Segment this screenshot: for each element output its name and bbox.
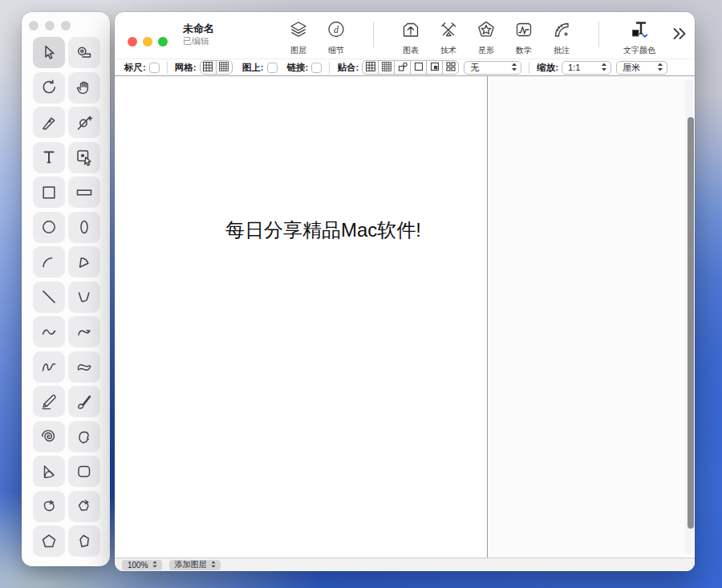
zoom-button[interactable] — [158, 37, 168, 47]
tool-square[interactable] — [33, 176, 65, 208]
zoom-popup[interactable]: 1:1 — [562, 61, 611, 75]
snap-quad-button[interactable] — [442, 61, 458, 74]
toolbar-item-annotation[interactable]: 批注 — [543, 18, 580, 56]
knife-icon — [39, 113, 59, 132]
toolbar-item-detail[interactable]: d 细节 — [318, 18, 355, 56]
snap-object-button[interactable] — [394, 61, 410, 74]
snap-square-button[interactable] — [410, 61, 426, 74]
toolbar-label: 细节 — [328, 45, 344, 56]
tool-circle[interactable] — [33, 212, 65, 243]
tool-button-select[interactable] — [68, 142, 100, 173]
tool-brush[interactable] — [68, 386, 100, 417]
units-popup[interactable]: 厘米 — [616, 61, 667, 75]
snap-object-icon — [397, 61, 408, 74]
stepper-icon — [600, 62, 608, 74]
tool-curve-arrow[interactable] — [68, 316, 100, 347]
inactive-zoom-dot — [61, 21, 71, 30]
toolbar-overflow-button[interactable] — [670, 24, 689, 47]
inactive-close-dot — [29, 21, 39, 30]
tool-select[interactable] — [33, 37, 65, 68]
tool-freehand[interactable] — [33, 351, 65, 383]
control-strip: 标尺: 网格: 图上: 链接: 贴合: — [115, 59, 695, 76]
palette-window-controls — [29, 21, 71, 30]
vertical-scrollbar-thumb[interactable] — [688, 117, 694, 529]
tool-pentagon[interactable] — [33, 525, 65, 557]
snap-style-popup[interactable]: 无 — [464, 61, 521, 75]
link-checkbox[interactable] — [311, 63, 322, 73]
grid-coarse-button[interactable] — [201, 61, 216, 74]
tool-measure[interactable] — [68, 37, 100, 68]
snap-grid-fine-button[interactable] — [378, 61, 394, 74]
square-icon — [39, 183, 59, 202]
tool-silhouette[interactable] — [68, 421, 100, 452]
snap-corner-icon — [429, 61, 440, 74]
add-layer-popup[interactable]: 添加图层 — [169, 560, 221, 570]
tool-polyline[interactable] — [68, 282, 100, 313]
ruler-checkbox[interactable] — [149, 63, 160, 73]
snap-quad-icon — [445, 61, 456, 74]
tool-open-curve[interactable] — [33, 316, 65, 347]
canvas-text-object[interactable]: 每日分享精品Mac软件! — [225, 217, 421, 243]
toolbar-item-star[interactable]: 星形 — [468, 18, 505, 56]
window-subtitle: 已编辑 — [183, 36, 214, 47]
canvas-zoom-popup[interactable]: 100% — [122, 560, 162, 570]
snap-segmented-control — [362, 60, 459, 75]
toolbar-label: 技术 — [440, 45, 456, 56]
rounded-rect-icon — [75, 462, 94, 481]
silhouette-icon — [75, 427, 94, 446]
snap-grid-coarse-button[interactable] — [363, 61, 378, 74]
tool-wedge[interactable] — [68, 246, 100, 278]
tool-ellipse[interactable] — [68, 212, 100, 243]
tool-line[interactable] — [33, 282, 65, 313]
rotate-icon — [39, 78, 59, 97]
toolbar-item-math[interactable]: 数学 — [505, 18, 542, 56]
title-block: 未命名 已编辑 — [183, 23, 214, 47]
tool-bezier-shape[interactable] — [33, 491, 65, 522]
tool-palette-window — [22, 12, 110, 566]
add-layer-label: 添加图层 — [175, 559, 207, 570]
toolbar-label: 文字颜色 — [623, 45, 655, 56]
tool-zoom-add[interactable] — [68, 107, 100, 138]
select-arrow-icon — [39, 43, 59, 63]
toolbar-item-layers[interactable]: 图层 — [280, 18, 317, 56]
tool-irregular-polygon[interactable] — [68, 525, 100, 557]
minimize-button[interactable] — [143, 37, 152, 47]
tool-closed-freehand[interactable] — [68, 351, 100, 383]
irregular-polygon-icon — [75, 532, 94, 551]
main-window: 未命名 已编辑 图层 d 细节 图表 技术 星形 — [115, 12, 695, 571]
detail-icon: d — [326, 19, 347, 43]
toolbar-label: 图层 — [290, 45, 306, 56]
tool-pan[interactable] — [68, 72, 100, 103]
pentagon-icon — [39, 532, 59, 551]
snap-square-icon — [413, 61, 424, 74]
close-button[interactable] — [128, 37, 137, 47]
drawing-canvas[interactable]: 每日分享精品Mac软件! — [115, 76, 695, 558]
brush-icon — [75, 392, 94, 412]
tool-arc[interactable] — [33, 246, 65, 278]
tool-pencil[interactable] — [33, 386, 65, 417]
units-value: 厘米 — [623, 62, 656, 74]
open-curve-icon — [39, 322, 59, 342]
tool-spiral[interactable] — [33, 421, 65, 452]
tool-rectangle[interactable] — [68, 176, 100, 208]
toolbar-item-text-color[interactable]: 文字颜色 — [618, 18, 661, 56]
tool-polygon-shape[interactable] — [68, 491, 100, 522]
toolbar-item-chart[interactable]: 图表 — [392, 18, 429, 56]
bezier-shape-icon — [39, 497, 59, 516]
toolbar-item-technical[interactable]: 技术 — [430, 18, 467, 56]
tool-text[interactable] — [33, 142, 65, 173]
text-tool-icon — [39, 148, 59, 167]
stepper-icon — [510, 62, 518, 74]
tool-knife[interactable] — [33, 107, 65, 138]
closed-freehand-icon — [75, 357, 94, 376]
toolbar-label: 批注 — [554, 45, 570, 56]
onpage-checkbox[interactable] — [267, 63, 278, 73]
tool-rounded-rect[interactable] — [68, 456, 100, 487]
tool-curved-shape[interactable] — [33, 456, 65, 487]
polygon-shape-icon — [75, 497, 94, 516]
ellipse-icon — [75, 217, 94, 237]
snap-corner-button[interactable] — [426, 61, 442, 74]
ruler-label: 标尺: — [124, 62, 146, 74]
tool-rotate[interactable] — [33, 72, 65, 103]
grid-fine-button[interactable] — [216, 61, 232, 74]
